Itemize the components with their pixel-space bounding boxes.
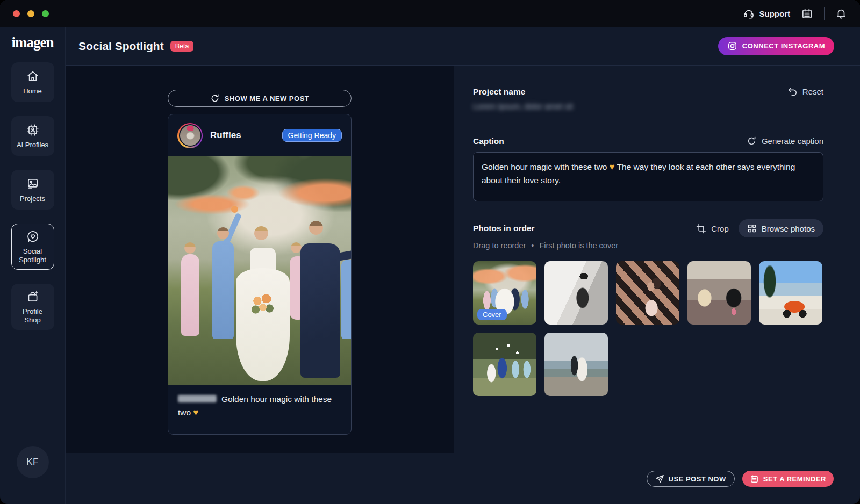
imagen-logo: imagen: [12, 34, 54, 51]
sidebar-item-label: Projects: [20, 195, 45, 203]
set-reminder-button[interactable]: SET A REMINDER: [742, 471, 834, 487]
bullet-separator: •: [531, 241, 534, 250]
sidebar-item-social-spotlight[interactable]: Social Spotlight: [11, 224, 54, 270]
reset-label: Reset: [802, 87, 823, 96]
use-post-now-label: USE POST NOW: [669, 475, 726, 483]
photo-thumbnails-grid: Cover: [473, 261, 823, 396]
show-new-post-label: SHOW ME A NEW POST: [225, 95, 310, 103]
cover-badge: Cover: [477, 309, 507, 320]
yellow-heart-emoji: ♥: [193, 407, 198, 417]
figure-smoke-canister: [231, 206, 238, 213]
figure-head: [309, 221, 323, 235]
getting-ready-badge: Getting Ready: [282, 129, 342, 142]
instagram-icon: [727, 41, 737, 51]
shop-bag-sparkle-icon: [26, 290, 40, 304]
project-name-label: Project name: [473, 87, 525, 97]
figure-bride-gown: [236, 268, 290, 381]
schedule-calendar-icon[interactable]: [801, 8, 813, 20]
sidebar-item-ai-profiles[interactable]: AI Profiles: [11, 116, 54, 156]
post-preview-panel: SHOW ME A NEW POST Ruffles Getting Ready: [66, 66, 454, 453]
notifications-bell-icon[interactable]: [835, 8, 847, 19]
caption-text-before: Golden hour magic with these two: [482, 162, 607, 171]
grid-icon: [747, 224, 757, 233]
page-header: Social Spotlight Beta CONNECT INSTAGRAM: [66, 27, 860, 66]
chat-heart-icon: [26, 229, 40, 243]
traffic-lights: [13, 10, 49, 17]
post-username-blurred: [178, 395, 217, 402]
crop-label: Crop: [711, 224, 729, 233]
topbar-divider: [824, 7, 825, 20]
reset-button[interactable]: Reset: [787, 87, 823, 97]
post-editor-panel: Project name Reset Lorem Ipsum, dolor am…: [454, 66, 860, 453]
sidebar: imagen Home AI Profiles: [0, 27, 66, 504]
user-avatar[interactable]: KF: [17, 446, 49, 478]
figure-groom-navy: [300, 243, 340, 378]
post-caption: Golden hour magic with these two♥: [168, 385, 351, 434]
sidebar-item-label: Home: [23, 87, 42, 96]
caption-textarea[interactable]: Golden hour magic with these two♥The way…: [473, 152, 823, 201]
generate-caption-button[interactable]: Generate caption: [747, 136, 823, 146]
maximize-window-button[interactable]: [42, 10, 49, 17]
browse-photos-label: Browse photos: [762, 224, 815, 233]
sidebar-nav: Home AI Profiles Projects: [11, 62, 54, 330]
figure-head: [254, 226, 268, 240]
photo-thumb-wedding-party-orange-smoke[interactable]: Cover: [473, 261, 536, 325]
photo-thumb-bw-man-in-cap[interactable]: [544, 261, 608, 325]
sidebar-item-label: AI Profiles: [17, 141, 48, 149]
figure-head: [291, 242, 302, 253]
figure-head: [184, 242, 196, 254]
support-button[interactable]: Support: [743, 8, 791, 19]
sidebar-item-home[interactable]: Home: [11, 62, 54, 102]
figure-groomsman-right: [341, 260, 351, 339]
use-post-now-button[interactable]: USE POST NOW: [647, 471, 735, 487]
project-name-value-blurred: Lorem Ipsum, dolor amet sit: [473, 102, 573, 111]
connect-instagram-label: CONNECT INSTAGRAM: [742, 42, 825, 50]
close-window-button[interactable]: [13, 10, 20, 17]
refresh-icon: [210, 93, 220, 103]
set-reminder-label: SET A REMINDER: [763, 475, 826, 483]
sidebar-item-label: Profile Shop: [15, 307, 51, 324]
send-icon: [655, 474, 664, 484]
crop-icon: [696, 224, 706, 234]
generate-caption-label: Generate caption: [762, 136, 823, 146]
show-new-post-button[interactable]: SHOW ME A NEW POST: [168, 90, 352, 107]
post-account-name: Ruffles: [210, 130, 241, 141]
beta-badge: Beta: [170, 41, 194, 52]
ruffles-avatar[interactable]: [177, 123, 203, 148]
sidebar-item-profile-shop[interactable]: Profile Shop: [11, 284, 54, 330]
photo-thumb-two-dogs[interactable]: [687, 261, 751, 325]
crop-button[interactable]: Crop: [692, 224, 733, 234]
calendar-icon: [750, 474, 759, 484]
minimize-window-button[interactable]: [27, 10, 34, 17]
dog-avatar-photo: [179, 124, 202, 147]
app-window: Support imagen Home: [0, 0, 860, 504]
photo-thumb-orange-beetle-in-snow[interactable]: [759, 261, 822, 325]
headset-icon: [743, 8, 755, 19]
macos-titlebar: Support: [0, 0, 860, 27]
drag-to-reorder-text: Drag to reorder: [473, 241, 526, 250]
photos-subtitle: Drag to reorder • First photo is the cov…: [473, 241, 823, 250]
browse-photos-button[interactable]: Browse photos: [739, 219, 823, 237]
sidebar-item-label: Social Spotlight: [15, 247, 51, 264]
connect-instagram-button[interactable]: CONNECT INSTAGRAM: [718, 37, 834, 55]
home-icon: [26, 69, 40, 83]
figure-head: [217, 227, 229, 239]
instagram-post-card: Ruffles Getting Ready: [168, 114, 352, 435]
figure-bouquet: [248, 291, 278, 318]
page-title: Social Spotlight: [78, 40, 164, 53]
undo-icon: [787, 87, 798, 97]
post-header: Ruffles Getting Ready: [168, 114, 351, 156]
post-photo-wedding-party-smoke[interactable]: [168, 156, 351, 385]
action-footer: USE POST NOW SET A REMINDER: [66, 453, 860, 504]
caption-label: Caption: [473, 136, 504, 146]
support-label: Support: [759, 9, 791, 18]
yellow-heart-emoji: ♥: [609, 162, 614, 172]
photo-thumb-wedding-confetti-kiss[interactable]: [473, 333, 536, 396]
ai-profile-chip-icon: [26, 123, 40, 137]
figure-bridesmaid-pink: [181, 254, 199, 336]
photo-thumb-woman-striped-background[interactable]: [616, 261, 679, 325]
photo-thumb-beach-couple-veil[interactable]: [544, 333, 608, 396]
photos-in-order-label: Photos in order: [473, 224, 535, 233]
sidebar-item-projects[interactable]: Projects: [11, 170, 54, 210]
refresh-icon: [747, 136, 757, 146]
